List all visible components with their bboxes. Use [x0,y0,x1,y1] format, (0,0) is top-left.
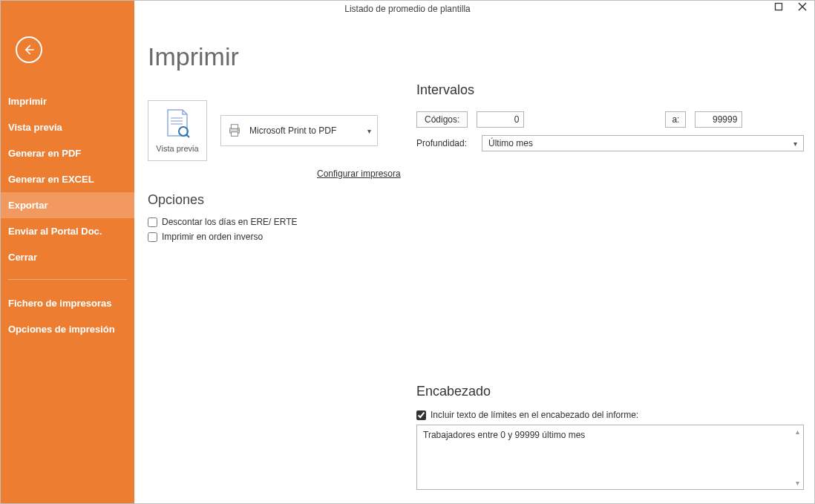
sidebar-item-opciones-impresion[interactable]: Opciones de impresión [1,316,134,342]
printer-name: Microsoft Print to PDF [249,125,365,136]
document-preview-icon [165,109,190,141]
sidebar-item-imprimir[interactable]: Imprimir [1,88,134,114]
sidebar-item-enviar-portal[interactable]: Enviar al Portal Doc. [1,218,134,244]
opciones-section: Opciones Descontar los días en ERE/ ERTE… [148,192,298,246]
sidebar-item-fichero-impresoras[interactable]: Fichero de impresoras [1,290,134,316]
page-title: Imprimir [148,42,239,71]
svg-rect-0 [776,4,782,10]
sidebar-nav: Imprimir Vista previa Generar en PDF Gen… [1,88,134,342]
codigos-from-input[interactable] [477,111,524,128]
profundidad-select[interactable]: Último mes ▾ [482,135,804,151]
chk-descontar-ere-label: Descontar los días en ERE/ ERTE [162,217,298,227]
codigos-a-label: a: [665,111,686,128]
sidebar-separator [8,279,127,280]
svg-line-5 [186,134,189,137]
chevron-down-icon: ▾ [793,140,797,148]
window-title: Listado de promedio de plantilla [344,4,470,14]
arrow-left-icon [22,42,36,57]
sidebar-item-vista-previa[interactable]: Vista previa [1,114,134,140]
printer-select[interactable]: Microsoft Print to PDF ▾ [220,115,378,146]
chevron-down-icon: ▾ [365,127,373,135]
intervalos-heading: Intervalos [416,82,804,98]
profundidad-value: Último mes [488,138,533,148]
printer-icon [226,122,243,140]
encabezado-textarea[interactable] [416,425,804,490]
chk-descontar-ere-input[interactable] [148,217,157,227]
chk-incluir-texto-label: Incluir texto de límites en el encabezad… [431,410,638,420]
chk-orden-inverso-label: Imprimir en orden inverso [162,232,263,242]
sidebar-item-generar-pdf[interactable]: Generar en PDF [1,140,134,166]
vista-previa-label: Vista previa [156,144,198,153]
chk-incluir-texto-input[interactable] [416,410,426,420]
chk-orden-inverso-input[interactable] [148,232,157,242]
action-row: Vista previa Microsoft Print to PDF ▾ [148,100,378,161]
configurar-impresora-link[interactable]: Configurar impresora [317,168,401,179]
svg-point-9 [237,129,238,131]
svg-rect-8 [231,132,238,137]
sidebar: Imprimir Vista previa Generar en PDF Gen… [1,1,134,503]
chk-descontar-ere[interactable]: Descontar los días en ERE/ ERTE [148,217,298,227]
codigos-label: Códigos: [416,111,468,128]
main-panel: Imprimir Vista previa [134,20,814,503]
intervalos-section: Intervalos Códigos: a: Profundidad: Últi… [416,82,804,159]
profundidad-label: Profundidad: [416,138,473,148]
back-button[interactable] [16,36,42,63]
encabezado-section: Encabezado Incluir texto de límites en e… [416,384,804,492]
chk-incluir-texto[interactable]: Incluir texto de límites en el encabezad… [416,410,804,420]
scroll-up-icon[interactable]: ▴ [792,426,802,436]
restore-icon[interactable] [771,1,786,16]
codigos-to-input[interactable] [695,111,742,128]
profundidad-row: Profundidad: Último mes ▾ [416,135,804,151]
encabezado-text-wrap: ▴ ▾ [416,425,804,492]
opciones-heading: Opciones [148,192,298,208]
sidebar-item-generar-excel[interactable]: Generar en EXCEL [1,166,134,192]
window-buttons [771,1,810,16]
vista-previa-button[interactable]: Vista previa [148,100,207,161]
codigos-row: Códigos: a: [416,111,804,128]
chk-orden-inverso[interactable]: Imprimir en orden inverso [148,232,298,242]
close-icon[interactable] [795,1,810,16]
svg-rect-7 [231,125,238,129]
scroll-down-icon[interactable]: ▾ [792,477,802,488]
sidebar-item-exportar[interactable]: Exportar [1,192,134,218]
encabezado-heading: Encabezado [416,384,804,399]
sidebar-item-cerrar[interactable]: Cerrar [1,244,134,270]
